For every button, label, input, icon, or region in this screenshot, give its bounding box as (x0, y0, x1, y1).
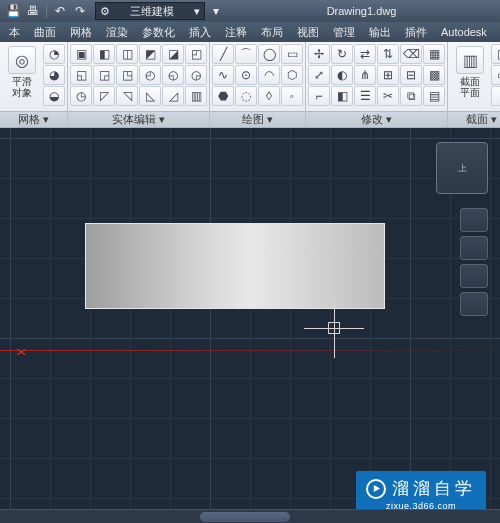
menu-item[interactable]: 布局 (254, 25, 290, 40)
polygon-icon[interactable]: ⬡ (281, 65, 303, 85)
tool-icon[interactable]: ⇅ (377, 44, 399, 64)
circle-icon[interactable]: ◯ (258, 44, 280, 64)
pickbox (328, 322, 340, 334)
undo-icon[interactable]: ↶ (51, 2, 69, 20)
tool-icon[interactable]: ◶ (185, 65, 207, 85)
tool-icon[interactable]: ◷ (70, 86, 92, 106)
menu-item[interactable]: 网格 (63, 25, 99, 40)
tool-icon[interactable]: ∿ (212, 65, 234, 85)
tool-icon[interactable]: ⊞ (377, 65, 399, 85)
menu-item[interactable]: Autodesk (434, 26, 494, 38)
workspace-selector[interactable]: ⚙ 三维建模 ▾ (95, 2, 205, 20)
tool-icon[interactable]: ☰ (354, 86, 376, 106)
tool-icon[interactable]: ◧ (331, 86, 353, 106)
tool-icon[interactable]: ▭ (491, 65, 500, 85)
tool-icon[interactable]: ◹ (116, 86, 138, 106)
ribbon-panel-draw: ╱ ⌒ ◯ ▭ ∿ ⊙ ◠ ⬡ ⬣ ◌ ◊ ◦ 绘图 ▾ (210, 42, 306, 127)
horizontal-scrollbar[interactable] (0, 509, 500, 523)
tool-icon[interactable]: ◌ (235, 86, 257, 106)
drawing-area[interactable]: × 上 溜溜自学 zixue.3d66.com (0, 128, 500, 523)
menu-item[interactable]: 插入 (182, 25, 218, 40)
menu-item[interactable]: 本 (2, 25, 27, 40)
watermark-text: 溜溜自学 (392, 477, 476, 500)
mirror-icon[interactable]: ◐ (331, 65, 353, 85)
viewcube[interactable]: 上 (436, 142, 488, 194)
panel-title[interactable]: 修改 ▾ (306, 111, 447, 127)
menu-bar: 本 曲面 网格 渲染 参数化 插入 注释 布局 视图 管理 输出 插件 Auto… (0, 22, 500, 42)
tool-icon[interactable]: ◫ (491, 44, 500, 64)
tool-icon[interactable]: ◳ (116, 65, 138, 85)
tool-icon[interactable]: ◔ (43, 44, 65, 64)
copy-icon[interactable]: ⧉ (400, 86, 422, 106)
menu-item[interactable]: 管理 (326, 25, 362, 40)
document-title: Drawing1.dwg (227, 5, 496, 17)
svg-marker-0 (373, 485, 379, 492)
section-plane-button[interactable]: ▥ 截面 平面 (450, 44, 490, 100)
tool-icon[interactable]: ◫ (116, 44, 138, 64)
tool-icon[interactable]: ◒ (43, 86, 65, 106)
menu-item[interactable]: 曲面 (27, 25, 63, 40)
tool-icon[interactable]: ▣ (70, 44, 92, 64)
scrollbar-thumb[interactable] (200, 512, 290, 522)
button-label: 平滑 对象 (12, 76, 32, 98)
play-icon (366, 479, 386, 499)
solid-box-object[interactable] (85, 223, 385, 309)
tool-icon[interactable]: ⬣ (212, 86, 234, 106)
tool-icon[interactable]: ▤ (423, 86, 445, 106)
tool-icon[interactable]: ⤢ (308, 65, 330, 85)
move-icon[interactable]: ✢ (308, 44, 330, 64)
tool-icon[interactable]: ◰ (185, 44, 207, 64)
tool-icon[interactable]: ◺ (139, 86, 161, 106)
tool-icon[interactable]: ◦ (281, 86, 303, 106)
panel-title[interactable]: 实体编辑 ▾ (68, 111, 209, 127)
tool-icon[interactable]: ◵ (162, 65, 184, 85)
tool-icon[interactable]: ▦ (423, 44, 445, 64)
menu-item[interactable]: 参数化 (135, 25, 182, 40)
gear-icon: ⚙ (100, 5, 110, 18)
tool-icon[interactable]: ◴ (139, 65, 161, 85)
erase-icon[interactable]: ⌫ (400, 44, 422, 64)
tool-icon[interactable]: ◩ (139, 44, 161, 64)
tool-icon[interactable]: ◸ (93, 86, 115, 106)
tool-icon[interactable]: ◠ (258, 65, 280, 85)
tool-icon[interactable]: ▯ (491, 86, 500, 106)
trim-icon[interactable]: ✂ (377, 86, 399, 106)
chevron-down-icon[interactable]: ▾ (207, 2, 225, 20)
panel-title[interactable]: 网格 ▾ (0, 111, 67, 127)
tool-icon[interactable]: ◱ (70, 65, 92, 85)
menu-item[interactable]: 输出 (362, 25, 398, 40)
tool-icon[interactable]: ⋔ (354, 65, 376, 85)
tool-icon[interactable]: ◲ (93, 65, 115, 85)
rectangle-icon[interactable]: ▭ (281, 44, 303, 64)
pan-icon[interactable] (460, 236, 488, 260)
nav-wheel-icon[interactable] (460, 208, 488, 232)
panel-title[interactable]: 绘图 ▾ (210, 111, 305, 127)
save-icon[interactable]: 💾 (4, 2, 22, 20)
rotate-icon[interactable]: ↻ (331, 44, 353, 64)
smooth-object-button[interactable]: ◎ 平滑 对象 (2, 44, 42, 100)
tool-icon[interactable]: ⊙ (235, 65, 257, 85)
menu-item[interactable]: 插件 (398, 25, 434, 40)
menu-item[interactable]: 注释 (218, 25, 254, 40)
line-icon[interactable]: ╱ (212, 44, 234, 64)
tool-icon[interactable]: ⌐ (308, 86, 330, 106)
orbit-icon[interactable] (460, 292, 488, 316)
panel-title[interactable]: 截面 ▾ (448, 111, 500, 127)
arc-icon[interactable]: ⌒ (235, 44, 257, 64)
print-icon[interactable]: 🖶 (24, 2, 42, 20)
tool-icon[interactable]: ⇄ (354, 44, 376, 64)
menu-item[interactable]: 渲染 (99, 25, 135, 40)
tool-icon[interactable]: ▥ (185, 86, 207, 106)
redo-icon[interactable]: ↷ (71, 2, 89, 20)
smooth-icon: ◎ (8, 46, 36, 74)
zoom-icon[interactable] (460, 264, 488, 288)
menu-item[interactable]: 视图 (290, 25, 326, 40)
tool-icon[interactable]: ◧ (93, 44, 115, 64)
tool-icon[interactable]: ◿ (162, 86, 184, 106)
tool-icon[interactable]: ▩ (423, 65, 445, 85)
tool-icon[interactable]: ⊟ (400, 65, 422, 85)
tool-icon[interactable]: ◊ (258, 86, 280, 106)
ribbon-panel-modify: ✢ ↻ ⇄ ⇅ ⌫ ▦ ⤢ ◐ ⋔ ⊞ ⊟ ▩ ⌐ ◧ ☰ ✂ ⧉ ▤ 修改 ▾ (306, 42, 448, 127)
tool-icon[interactable]: ◕ (43, 65, 65, 85)
tool-icon[interactable]: ◪ (162, 44, 184, 64)
